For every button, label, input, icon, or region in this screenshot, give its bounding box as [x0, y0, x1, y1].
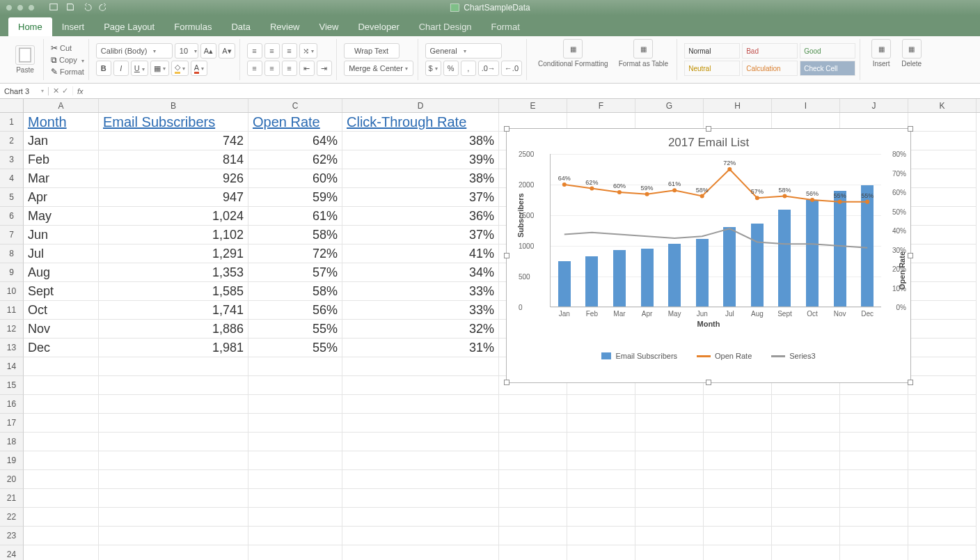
row-header[interactable]: 13 — [0, 339, 24, 357]
merge-center-button[interactable]: Merge & Center — [344, 61, 413, 76]
increase-decimal-button[interactable]: .0→ — [478, 61, 499, 76]
cell[interactable]: Open Rate — [248, 113, 342, 132]
row-header[interactable]: 4 — [0, 169, 24, 188]
style-good[interactable]: Good — [800, 43, 855, 59]
cell[interactable] — [635, 395, 704, 414]
cell[interactable] — [99, 470, 248, 489]
cell[interactable] — [342, 395, 499, 414]
cell[interactable]: May — [24, 207, 99, 226]
name-box[interactable]: Chart 3▾ — [0, 87, 49, 95]
cell[interactable] — [567, 508, 635, 527]
cell[interactable] — [24, 508, 99, 527]
fill-color-button[interactable]: ◇ — [171, 61, 189, 76]
font-color-button[interactable]: A — [191, 61, 207, 76]
conditional-formatting-button[interactable]: ▦Conditional Formatting — [534, 39, 612, 80]
cell[interactable] — [908, 395, 977, 414]
col-header-B[interactable]: B — [99, 99, 248, 112]
cell[interactable] — [499, 414, 567, 433]
cell[interactable]: 59% — [248, 188, 342, 207]
cell[interactable] — [24, 470, 99, 489]
cell[interactable]: 1,741 — [99, 301, 248, 320]
align-bottom-button[interactable]: ≡ — [282, 43, 297, 59]
cell[interactable] — [908, 470, 977, 489]
confirm-formula-icon[interactable]: ✓ — [62, 86, 68, 95]
save-icon[interactable] — [65, 2, 75, 14]
cell[interactable] — [24, 527, 99, 545]
cell[interactable]: 1,024 — [99, 207, 248, 226]
align-right-button[interactable]: ≡ — [282, 61, 297, 76]
cell[interactable] — [840, 470, 908, 489]
tab-page-layout[interactable]: Page Layout — [94, 17, 164, 36]
cell[interactable]: 33% — [342, 301, 499, 320]
cell[interactable] — [908, 132, 977, 150]
cell[interactable] — [499, 545, 567, 560]
cell[interactable] — [908, 113, 977, 132]
cell[interactable]: Aug — [24, 263, 99, 282]
row-header[interactable]: 9 — [0, 263, 24, 282]
cell[interactable] — [908, 226, 977, 244]
cell[interactable]: 72% — [248, 244, 342, 263]
cell[interactable]: 55% — [248, 339, 342, 357]
minimize-dot[interactable] — [17, 4, 24, 11]
cell[interactable] — [499, 470, 567, 489]
decrease-indent-button[interactable]: ⇤ — [299, 61, 315, 76]
percent-button[interactable]: % — [443, 61, 459, 76]
cell[interactable] — [908, 282, 977, 301]
cell[interactable] — [248, 527, 342, 545]
cell[interactable] — [567, 545, 635, 560]
cell[interactable] — [567, 395, 635, 414]
cell[interactable]: 32% — [342, 320, 499, 339]
cell[interactable] — [248, 376, 342, 395]
cell[interactable] — [99, 527, 248, 545]
cell[interactable] — [840, 545, 908, 560]
cell[interactable] — [342, 414, 499, 433]
tab-home[interactable]: Home — [8, 17, 52, 36]
cell[interactable] — [908, 150, 977, 169]
row-header[interactable]: 18 — [0, 433, 24, 451]
chart-title[interactable]: 2017 Email List — [507, 136, 910, 150]
cell[interactable] — [908, 301, 977, 320]
cell[interactable] — [772, 527, 840, 545]
cell[interactable]: 60% — [248, 169, 342, 188]
cell[interactable]: Oct — [24, 301, 99, 320]
col-header-H[interactable]: H — [704, 99, 772, 112]
font-size-select[interactable]: 10 — [175, 43, 198, 59]
cell[interactable]: 64% — [248, 132, 342, 150]
cell[interactable] — [772, 470, 840, 489]
format-painter-button[interactable]: Format — [60, 68, 84, 76]
cell[interactable]: Sept — [24, 282, 99, 301]
italic-button[interactable]: I — [113, 61, 129, 76]
row-header[interactable]: 2 — [0, 132, 24, 150]
cell[interactable]: Dec — [24, 339, 99, 357]
cell[interactable] — [840, 527, 908, 545]
cell[interactable]: Apr — [24, 188, 99, 207]
cell[interactable] — [704, 489, 772, 508]
row-header[interactable]: 19 — [0, 451, 24, 470]
cell[interactable] — [248, 357, 342, 376]
cell[interactable]: 947 — [99, 188, 248, 207]
cell[interactable] — [567, 414, 635, 433]
cell[interactable] — [704, 527, 772, 545]
cell[interactable]: 1,886 — [99, 320, 248, 339]
cell[interactable]: 1,981 — [99, 339, 248, 357]
style-check-cell[interactable]: Check Cell — [800, 61, 855, 76]
row-header[interactable]: 3 — [0, 150, 24, 169]
tab-chart-design[interactable]: Chart Design — [409, 17, 482, 36]
row-header[interactable]: 23 — [0, 527, 24, 545]
cell[interactable]: Click-Through Rate — [342, 113, 499, 132]
cell[interactable] — [499, 527, 567, 545]
cell[interactable] — [908, 320, 977, 339]
row-header[interactable]: 24 — [0, 545, 24, 560]
cell[interactable] — [908, 207, 977, 226]
cell[interactable] — [840, 433, 908, 451]
row-header[interactable]: 1 — [0, 113, 24, 132]
cell[interactable]: 61% — [248, 207, 342, 226]
align-left-button[interactable]: ≡ — [247, 61, 262, 76]
close-dot[interactable] — [6, 4, 13, 11]
cell[interactable] — [567, 489, 635, 508]
cell[interactable] — [342, 451, 499, 470]
cell[interactable] — [635, 451, 704, 470]
cut-button[interactable]: Cut — [60, 44, 72, 52]
row-header[interactable]: 22 — [0, 508, 24, 527]
cell[interactable]: 36% — [342, 207, 499, 226]
